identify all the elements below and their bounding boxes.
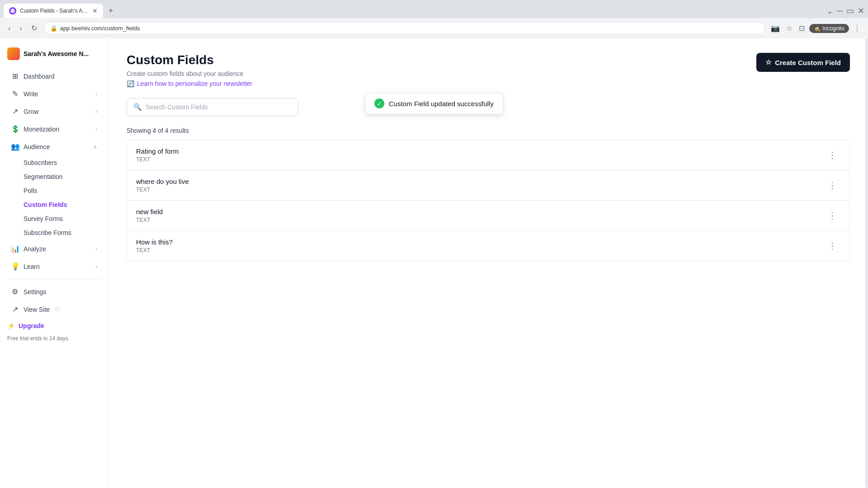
write-chevron: ›	[95, 91, 97, 97]
sidebar-item-custom-fields[interactable]: Custom Fields	[24, 198, 104, 211]
back-button[interactable]: ‹	[5, 23, 13, 34]
sidebar-item-learn[interactable]: 💡 Learn ›	[4, 258, 104, 275]
upgrade-icon: ⚡	[7, 322, 15, 329]
sidebar-item-analyze[interactable]: 📊 Analyze ›	[4, 240, 104, 257]
url-display: app.beehiiv.com/custom_fields	[60, 25, 140, 32]
address-bar[interactable]: 🔒 app.beehiiv.com/custom_fields	[43, 22, 766, 35]
learn-link-icon: 🔄	[127, 80, 134, 87]
sidebar-item-write[interactable]: ✎ Write ›	[4, 85, 104, 102]
tab-list-button[interactable]: ⌄	[826, 6, 833, 16]
learn-link-text: Learn how to personalize your newsletter	[137, 80, 252, 87]
sidebar: Sarah's Awesome N... ⊞ Dashboard ✎ Write…	[0, 38, 108, 488]
dashboard-icon: ⊞	[11, 72, 19, 80]
sidebar-divider	[7, 279, 101, 279]
active-tab[interactable]: Custom Fields - Sarah's Aweso... ✕	[4, 4, 103, 18]
tab-bar: Custom Fields - Sarah's Aweso... ✕ + ⌄ ─…	[0, 0, 868, 18]
sidebar-label-segmentation: Segmentation	[24, 173, 62, 180]
analyze-icon: 📊	[11, 244, 19, 253]
tab-favicon	[9, 7, 16, 14]
field-item: where do you live TEXT ⋮	[127, 170, 849, 201]
sidebar-label-grow: Grow	[24, 108, 38, 115]
grow-icon: ↗	[11, 107, 19, 116]
sidebar-item-polls[interactable]: Polls	[24, 184, 104, 197]
monetization-chevron: ›	[95, 126, 97, 132]
field-menu-button[interactable]: ⋮	[824, 148, 840, 162]
sidebar-label-upgrade: Upgrade	[19, 322, 44, 329]
grow-chevron: ›	[95, 108, 97, 115]
sidebar-item-audience[interactable]: 👥 Audience ∧	[4, 138, 104, 155]
field-type: TEXT	[136, 247, 173, 253]
refresh-button[interactable]: ↻	[28, 22, 40, 34]
forward-button[interactable]: ›	[17, 23, 24, 34]
sidebar-label-view-site: View Site	[24, 306, 50, 313]
sidebar-item-grow[interactable]: ↗ Grow ›	[4, 103, 104, 120]
incognito-label: Incognito	[822, 25, 844, 32]
sidebar-label-settings: Settings	[24, 288, 47, 296]
close-window-button[interactable]: ✕	[858, 6, 864, 16]
bookmark-button[interactable]: ☆	[784, 22, 794, 34]
field-name: Rating of form	[136, 147, 179, 155]
field-type: TEXT	[136, 187, 189, 193]
sidebar-item-settings[interactable]: ⚙ Settings	[4, 283, 104, 300]
field-info: where do you live TEXT	[136, 178, 189, 193]
sidebar-item-segmentation[interactable]: Segmentation	[24, 170, 104, 183]
tab-close-button[interactable]: ✕	[92, 7, 98, 14]
view-site-icon: ↗	[11, 305, 19, 314]
minimize-button[interactable]: ─	[837, 6, 843, 16]
success-toast: ✓ Custom Field updated successfully	[365, 93, 503, 114]
tab-title: Custom Fields - Sarah's Aweso...	[20, 8, 89, 14]
sidebar-item-survey-forms[interactable]: Survey Forms	[24, 212, 104, 225]
field-info: new field TEXT	[136, 208, 163, 223]
results-info: Showing 4 of 4 results	[127, 127, 850, 134]
sidebar-item-subscribe-forms[interactable]: Subscribe Forms	[24, 226, 104, 239]
search-input[interactable]	[146, 103, 292, 111]
field-type: TEXT	[136, 217, 163, 223]
field-info: How is this? TEXT	[136, 238, 173, 253]
nav-bar: ‹ › ↻ 🔒 app.beehiiv.com/custom_fields 📷 …	[0, 18, 868, 38]
page-header: Custom Fields Create custom fields about…	[127, 53, 850, 87]
menu-button[interactable]: ⋮	[852, 22, 863, 34]
incognito-icon: 🕵	[814, 25, 821, 32]
audience-chevron: ∧	[93, 144, 97, 150]
field-menu-button[interactable]: ⋮	[824, 208, 840, 223]
maximize-button[interactable]: ▭	[846, 6, 854, 16]
sidebar-item-upgrade[interactable]: ⚡ Upgrade	[0, 318, 108, 333]
audience-submenu: Subscribers Segmentation Polls Custom Fi…	[0, 155, 108, 240]
sidebar-item-dashboard[interactable]: ⊞ Dashboard	[4, 68, 104, 84]
toast-success-icon: ✓	[374, 99, 384, 108]
star-icon: ☆	[765, 58, 771, 66]
sidebar-label-dashboard: Dashboard	[24, 73, 55, 80]
field-name: new field	[136, 208, 163, 216]
sidebar-label-audience: Audience	[24, 143, 50, 150]
field-menu-button[interactable]: ⋮	[824, 239, 840, 253]
create-custom-field-button[interactable]: ☆ Create Custom Field	[756, 53, 850, 72]
audience-icon: 👥	[11, 142, 19, 151]
sidebar-label-write: Write	[24, 90, 38, 98]
field-menu-button[interactable]: ⋮	[824, 178, 840, 192]
page-subtitle: Create custom fields about your audience	[127, 70, 756, 77]
learn-link[interactable]: 🔄 Learn how to personalize your newslett…	[127, 80, 756, 87]
scrollbar[interactable]	[865, 38, 868, 488]
sidebar-label-subscribers: Subscribers	[24, 159, 57, 166]
camera-button[interactable]: 📷	[769, 22, 782, 34]
external-link-icon: ⬡	[55, 306, 60, 312]
monetization-icon: 💲	[11, 125, 19, 133]
sidebar-label-monetization: Monetization	[24, 126, 59, 133]
sidebar-item-subscribers[interactable]: Subscribers	[24, 156, 104, 169]
new-tab-button[interactable]: +	[105, 5, 117, 18]
search-bar[interactable]: 🔍	[127, 98, 298, 116]
free-trial-notice: Free trial ends in 14 days.	[0, 333, 108, 347]
workspace-header[interactable]: Sarah's Awesome N...	[0, 44, 108, 67]
toast-message: Custom Field updated successfully	[389, 100, 494, 108]
profile-button[interactable]: ⊡	[797, 22, 807, 34]
page-title: Custom Fields	[127, 53, 756, 67]
settings-icon: ⚙	[11, 287, 19, 296]
field-item: Rating of form TEXT ⋮	[127, 140, 849, 170]
learn-chevron: ›	[95, 263, 97, 270]
sidebar-item-view-site[interactable]: ↗ View Site ⬡	[4, 301, 104, 318]
browser-chrome: Custom Fields - Sarah's Aweso... ✕ + ⌄ ─…	[0, 0, 868, 38]
sidebar-label-custom-fields: Custom Fields	[24, 201, 67, 208]
sidebar-label-subscribe-forms: Subscribe Forms	[24, 229, 71, 236]
sidebar-item-monetization[interactable]: 💲 Monetization ›	[4, 121, 104, 137]
workspace-name: Sarah's Awesome N...	[24, 50, 89, 57]
